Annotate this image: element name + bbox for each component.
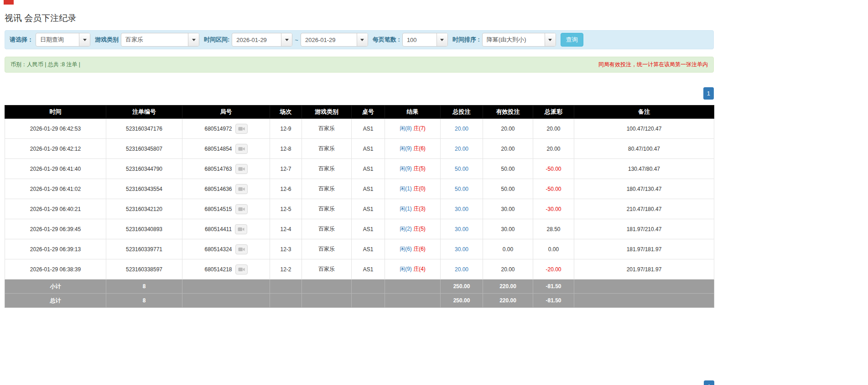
chevron-down-icon[interactable] bbox=[437, 33, 447, 46]
total-bet-link[interactable]: 30.00 bbox=[455, 246, 468, 253]
cell-payout: 20.00 bbox=[533, 119, 574, 139]
date-range-label: 时间区间: bbox=[204, 36, 229, 44]
cell-total-bet: 30.00 bbox=[441, 219, 483, 239]
cell-valid-bet: 50.00 bbox=[483, 159, 533, 179]
subtotal-valid-bet: 220.00 bbox=[483, 280, 533, 294]
cell-remark: 181.97/210.47 bbox=[574, 219, 714, 239]
table-row: 2026-01-29 06:41:40 523160344790 6805147… bbox=[5, 159, 714, 179]
cell-bet-id: 523160342120 bbox=[106, 199, 182, 219]
date-to-select[interactable]: 2026-01-29 bbox=[301, 33, 368, 47]
query-type-select[interactable]: 日期查询 bbox=[36, 33, 90, 47]
cell-table-no: AS1 bbox=[352, 239, 385, 259]
cell-total-bet: 50.00 bbox=[441, 159, 483, 179]
video-replay-icon[interactable] bbox=[235, 164, 248, 174]
cell-remark: 100.47/120.47 bbox=[574, 119, 714, 139]
subtotal-total-bet: 250.00 bbox=[441, 280, 483, 294]
column-header: 时间 bbox=[5, 105, 106, 119]
cell-table-no: AS1 bbox=[352, 139, 385, 159]
page-size-label: 每页笔数 : bbox=[373, 36, 400, 44]
page-size-value: 100 bbox=[403, 33, 437, 46]
cell-valid-bet: 20.00 bbox=[483, 119, 533, 139]
currency-total-summary: 币别：人民币 | 总共 :8 注单 | bbox=[10, 61, 80, 69]
chevron-down-icon[interactable] bbox=[357, 33, 368, 46]
video-replay-icon[interactable] bbox=[235, 244, 248, 254]
column-header: 有效投注 bbox=[483, 105, 533, 119]
page-1-button-bottom[interactable]: 1 bbox=[704, 380, 714, 385]
video-replay-icon[interactable] bbox=[235, 124, 248, 134]
cell-remark: 130.47/80.47 bbox=[574, 159, 714, 179]
total-total-bet: 250.00 bbox=[441, 294, 483, 308]
cell-valid-bet: 30.00 bbox=[483, 199, 533, 219]
chevron-down-icon[interactable] bbox=[79, 33, 90, 46]
caret-icon bbox=[440, 39, 444, 41]
cell-time: 2026-01-29 06:40:21 bbox=[5, 199, 106, 219]
cell-valid-bet: 0.00 bbox=[483, 239, 533, 259]
cell-round-id: 680514515 bbox=[182, 199, 270, 219]
table-row: 2026-01-29 06:42:53 523160347176 6805149… bbox=[5, 119, 714, 139]
cell-game-type: 百家乐 bbox=[302, 119, 352, 139]
total-count: 8 bbox=[106, 294, 182, 308]
cell-game-type: 百家乐 bbox=[302, 159, 352, 179]
cell-time: 2026-01-29 06:41:40 bbox=[5, 159, 106, 179]
cell-total-bet: 20.00 bbox=[441, 119, 483, 139]
page-content: 视讯 会员下注纪录 请选择： 日期查询 游戏类别 百家乐 时间区间: 2026-… bbox=[5, 0, 714, 308]
total-bet-link[interactable]: 20.00 bbox=[455, 126, 468, 132]
cell-game-type: 百家乐 bbox=[302, 219, 352, 239]
cell-total-bet: 20.00 bbox=[441, 139, 483, 159]
cell-session: 12-4 bbox=[270, 219, 302, 239]
table-row: 2026-01-29 06:42:12 523160345807 6805148… bbox=[5, 139, 714, 159]
video-replay-icon[interactable] bbox=[235, 184, 248, 194]
pagination-top: 1 bbox=[5, 87, 714, 100]
total-bet-link[interactable]: 20.00 bbox=[455, 146, 468, 152]
date-from-select[interactable]: 2026-01-29 bbox=[232, 33, 292, 47]
cell-round-id: 680514972 bbox=[182, 119, 270, 139]
cell-total-bet: 30.00 bbox=[441, 239, 483, 259]
cell-table-no: AS1 bbox=[352, 159, 385, 179]
page-1-button[interactable]: 1 bbox=[703, 87, 714, 100]
cell-session: 12-9 bbox=[270, 119, 302, 139]
cell-game-type: 百家乐 bbox=[302, 259, 352, 280]
column-header: 总派彩 bbox=[533, 105, 574, 119]
date-from-value: 2026-01-29 bbox=[232, 33, 281, 46]
total-bet-link[interactable]: 30.00 bbox=[455, 206, 468, 212]
column-header: 总投注 bbox=[441, 105, 483, 119]
total-label: 总计 bbox=[5, 294, 106, 308]
time-sort-select[interactable]: 降冪(由大到小) bbox=[482, 33, 556, 47]
video-replay-icon[interactable] bbox=[235, 224, 247, 234]
cell-session: 12-7 bbox=[270, 159, 302, 179]
page-size-select[interactable]: 100 bbox=[402, 33, 448, 47]
subtotal-label: 小计 bbox=[5, 280, 106, 294]
cell-time: 2026-01-29 06:41:02 bbox=[5, 179, 106, 199]
game-type-select[interactable]: 百家乐 bbox=[121, 33, 199, 47]
column-header: 备注 bbox=[574, 105, 714, 119]
cell-session: 12-5 bbox=[270, 199, 302, 219]
caret-icon bbox=[285, 39, 289, 41]
search-button[interactable]: 查询 bbox=[561, 33, 583, 47]
total-bet-link[interactable]: 50.00 bbox=[455, 166, 468, 172]
page-title: 视讯 会员下注纪录 bbox=[5, 12, 714, 24]
video-replay-icon[interactable] bbox=[235, 204, 248, 214]
video-replay-icon[interactable] bbox=[235, 144, 248, 154]
total-bet-link[interactable]: 20.00 bbox=[455, 266, 468, 273]
cell-remark: 201.97/181.97 bbox=[574, 259, 714, 280]
query-type-value: 日期查询 bbox=[36, 33, 79, 46]
cell-total-bet: 50.00 bbox=[441, 179, 483, 199]
chevron-down-icon[interactable] bbox=[281, 33, 292, 46]
cell-session: 12-3 bbox=[270, 239, 302, 259]
cell-remark: 80.47/100.47 bbox=[574, 139, 714, 159]
cell-valid-bet: 20.00 bbox=[483, 139, 533, 159]
subtotal-count: 8 bbox=[106, 280, 182, 294]
total-bet-link[interactable]: 30.00 bbox=[455, 226, 468, 232]
chevron-down-icon[interactable] bbox=[545, 33, 556, 46]
game-type-value: 百家乐 bbox=[121, 33, 188, 46]
chevron-down-icon[interactable] bbox=[188, 33, 199, 46]
video-replay-icon[interactable] bbox=[235, 264, 248, 274]
column-header: 局号 bbox=[182, 105, 270, 119]
cell-total-bet: 20.00 bbox=[441, 259, 483, 280]
cell-remark: 181.97/181.97 bbox=[574, 239, 714, 259]
cell-bet-id: 523160344790 bbox=[106, 159, 182, 179]
table-row: 2026-01-29 06:39:13 523160339771 6805143… bbox=[5, 239, 714, 259]
total-bet-link[interactable]: 50.00 bbox=[455, 186, 468, 192]
cell-table-no: AS1 bbox=[352, 259, 385, 280]
caret-icon bbox=[192, 39, 196, 41]
